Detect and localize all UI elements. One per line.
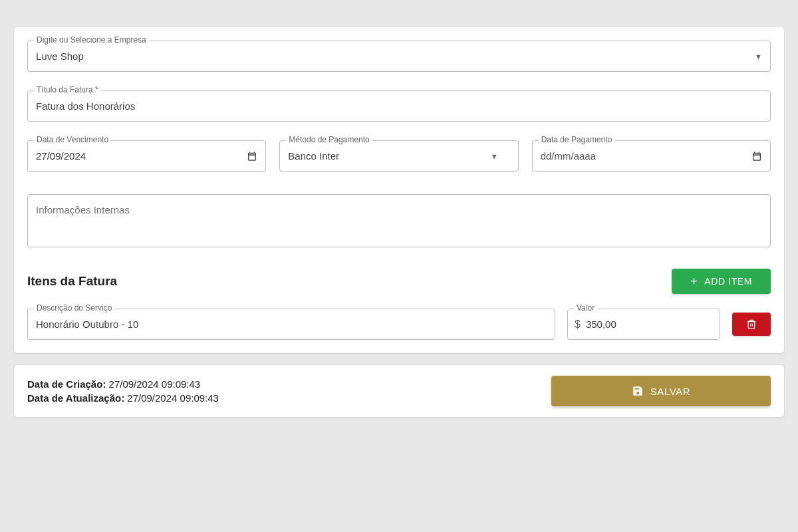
internal-info-textarea[interactable] [27, 194, 771, 247]
calendar-icon [247, 151, 257, 162]
item-desc-input[interactable] [27, 309, 555, 340]
save-button[interactable]: SALVAR [551, 376, 771, 406]
due-date-input[interactable]: 27/09/2024 [27, 140, 266, 172]
trash-icon [746, 319, 757, 330]
item-valor-field: $ [567, 309, 720, 340]
dollar-icon: $ [575, 319, 581, 331]
item-valor-input[interactable] [585, 309, 713, 339]
chevron-down-icon: ▼ [755, 53, 762, 61]
company-field-wrap: Digite ou Selecione a Empresa Luve Shop … [27, 41, 771, 72]
company-value: Luve Shop [36, 51, 84, 62]
payment-method-value: Banco Inter [288, 150, 339, 162]
item-desc-wrap: Descrição do Serviço [27, 309, 555, 340]
plus-icon: + [690, 275, 698, 287]
dates-row: Data de Vencimento 27/09/2024 Método de … [27, 140, 771, 172]
payment-method-label: Método de Pagamento [286, 135, 372, 144]
item-valor-label: Valor [574, 303, 597, 313]
meta-lines: Data de Criação: 27/09/2024 09:09:43 Dat… [27, 376, 219, 406]
created-value: 27/09/2024 09:09:43 [109, 378, 201, 390]
chevron-down-icon: ▼ [491, 152, 498, 160]
invoice-form-card: Digite ou Selecione a Empresa Luve Shop … [13, 27, 785, 354]
save-label: SALVAR [650, 386, 691, 397]
save-icon [632, 385, 644, 397]
updated-line: Data de Atualização: 27/09/2024 09:09:43 [27, 392, 219, 404]
add-item-button[interactable]: + ADD ITEM [672, 269, 771, 294]
delete-item-button[interactable] [732, 313, 771, 336]
add-item-label: ADD ITEM [704, 276, 752, 287]
items-header: Itens da Fatura + ADD ITEM [27, 269, 771, 294]
internal-info-wrap [27, 194, 771, 250]
payment-method-wrap: Método de Pagamento Banco Inter ▼ [279, 140, 518, 172]
created-line: Data de Criação: 27/09/2024 09:09:43 [27, 378, 219, 390]
title-label: Título da Fatura * [34, 85, 101, 94]
items-title: Itens da Fatura [27, 274, 117, 289]
footer-card: Data de Criação: 27/09/2024 09:09:43 Dat… [13, 364, 785, 418]
payment-date-label: Data de Pagamento [539, 135, 615, 144]
payment-method-select[interactable]: Banco Inter ▼ [279, 140, 518, 172]
payment-date-placeholder: dd/mm/aaaa [541, 150, 596, 162]
created-label: Data de Criação: [27, 378, 106, 390]
title-field-wrap: Título da Fatura * [27, 90, 771, 122]
company-label: Digite ou Selecione a Empresa [34, 35, 149, 45]
updated-value: 27/09/2024 09:09:43 [127, 392, 219, 404]
calendar-icon [751, 151, 762, 162]
due-date-label: Data de Vencimento [34, 135, 111, 144]
item-row: Descrição do Serviço Valor $ [27, 309, 771, 340]
item-desc-label: Descrição do Serviço [34, 303, 114, 313]
item-valor-wrap: Valor $ [567, 309, 720, 340]
due-date-wrap: Data de Vencimento 27/09/2024 [27, 140, 266, 172]
updated-label: Data de Atualização: [27, 392, 124, 404]
title-input[interactable] [27, 90, 771, 122]
payment-date-wrap: Data de Pagamento dd/mm/aaaa [532, 140, 771, 172]
payment-date-input[interactable]: dd/mm/aaaa [532, 140, 771, 172]
due-date-value: 27/09/2024 [36, 150, 86, 162]
company-select[interactable]: Luve Shop ▼ [27, 41, 771, 72]
